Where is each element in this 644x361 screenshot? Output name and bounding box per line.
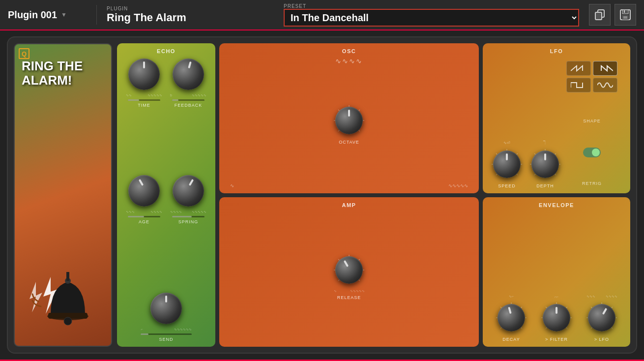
echo-time-container: ∿∿ ∿∿∿∿∿ TIME — [124, 57, 164, 170]
env-decay-wrap — [494, 301, 528, 335]
echo-time-knob[interactable] — [128, 59, 160, 90]
echo-feedback-container: b ∿∿∿∿∿ FEEDBACK — [168, 57, 208, 170]
echo-send-knob[interactable] — [150, 293, 182, 324]
lfo-depth-icon: ⏋ — [543, 141, 547, 145]
preset-section: PRESET In The Dancehall — [284, 3, 579, 27]
env-lfo-icons: ∿∿∿ ∿∿∿∿ — [586, 295, 617, 299]
artwork-illustration — [15, 180, 111, 346]
env-decay-label: DECAY — [502, 337, 520, 342]
echo-spring-minmax: ∿∿∿∿ ∿∿∿∿∿ — [170, 210, 206, 214]
artwork-content: RING THE ALARM! — [15, 44, 111, 346]
amp-release-minmax: ∿ ∿∿∿∿∿ — [334, 289, 365, 293]
env-filter-icon: ⌐⌐ — [555, 295, 558, 299]
echo-send-minmax: ⌐ ∿∿∿∿∿∿ — [141, 328, 191, 331]
section-lfo: LFO ∿⏎ — [483, 43, 630, 193]
env-filter-knob[interactable] — [543, 304, 570, 331]
env-filter-wrap — [539, 301, 574, 335]
plugin-name-arrow[interactable]: ▼ — [61, 11, 67, 18]
lfo-depth-label: DEPTH — [536, 183, 554, 188]
amp-release-knob[interactable] — [335, 256, 363, 284]
save-button[interactable] — [615, 4, 636, 26]
lfo-title: LFO — [490, 48, 623, 54]
plugin-section: PLUGIN Ring The Alarm — [107, 6, 274, 24]
osc-octave-wrap — [332, 103, 366, 138]
echo-age-max: ∿∿∿∿ — [150, 210, 162, 214]
lfo-depth-wrap — [528, 147, 562, 181]
osc-waveform-bottom: ∿ ∿∿∿∿∿ — [226, 183, 472, 188]
echo-send-fill — [141, 333, 148, 335]
echo-send-slider — [141, 333, 191, 335]
echo-send-wrap — [149, 291, 183, 326]
shape-square-btn[interactable] — [566, 78, 591, 92]
lfo-speed-label: SPEED — [498, 183, 516, 188]
retrig-toggle-knob — [592, 149, 600, 156]
echo-spring-min: ∿∿∿∿ — [170, 210, 182, 214]
env-lfo-container: ∿∿∿ ∿∿∿∿ — [585, 295, 619, 342]
amp-release-label: RELEASE — [337, 295, 361, 300]
lfo-depth-container: ⏋ — [528, 57, 562, 188]
amp-release-min: ∿ — [334, 289, 337, 293]
copy-button[interactable] — [589, 4, 611, 26]
osc-octave-knob[interactable] — [335, 107, 363, 134]
echo-time-wrap — [127, 57, 161, 91]
plugin-main: Q RING THE ALARM! — [0, 30, 644, 360]
amp-release-max: ∿∿∿∿∿ — [350, 289, 365, 293]
echo-grid: ∿∿ ∿∿∿∿∿ TIME — [124, 57, 208, 286]
env-lfo-knob[interactable] — [588, 304, 615, 331]
echo-spring-label: SPRING — [178, 219, 199, 224]
osc-knob-row: OCTAVE — [226, 68, 472, 180]
echo-spring-knob[interactable] — [173, 175, 204, 207]
shape-sine-btn[interactable] — [593, 78, 617, 92]
lfo-speed-wrap — [490, 147, 524, 181]
preset-select[interactable]: In The Dancehall — [284, 9, 579, 27]
section-osc: OSC ∿∿∿∿ — [219, 43, 479, 193]
lfo-content: ∿⏎ — [490, 57, 623, 188]
top-bar: Plugin 001 ▼ PLUGIN Ring The Alarm PRESE… — [0, 0, 644, 30]
lfo-speed-icon: ∿⏎ — [503, 141, 510, 145]
echo-spring-fill — [172, 216, 191, 217]
q-badge[interactable]: Q — [19, 48, 29, 59]
amp-release-container: ∿ ∿∿∿∿∿ RELEASE — [332, 253, 366, 300]
lfo-depth-knob[interactable] — [531, 150, 559, 178]
echo-age-minmax: ∿∿∿ ∿∿∿∿ — [126, 210, 162, 214]
lfo-speed-knob[interactable] — [493, 150, 521, 178]
echo-time-label: TIME — [138, 103, 150, 108]
env-lfo-icon-left: ∿∿∿ — [586, 295, 595, 299]
echo-age-knob[interactable] — [128, 175, 160, 207]
echo-time-slider — [128, 99, 160, 101]
osc-waveform-top: ∿∿∿∿ — [226, 57, 472, 65]
plugin-inner: Q RING THE ALARM! — [7, 36, 637, 354]
envelope-title: ENVELOPE — [490, 202, 623, 208]
echo-send-max: ∿∿∿∿∿∿ — [174, 328, 192, 331]
env-decay-knob[interactable] — [498, 304, 525, 331]
section-amp: AMP — [219, 197, 479, 347]
sections-grid: OSC ∿∿∿∿ — [117, 43, 630, 347]
osc-octave-label: OCTAVE — [339, 140, 359, 145]
top-icons — [589, 4, 636, 26]
osc-wave-left: ∿ — [230, 183, 234, 188]
lfo-shape-grid — [566, 61, 617, 92]
divider-1 — [96, 5, 97, 25]
plugin-name-label: Plugin 001 — [8, 9, 57, 21]
svg-rect-1 — [595, 12, 602, 20]
echo-age-min: ∿∿∿ — [126, 210, 135, 214]
echo-spring-container: ∿∿∿∿ ∿∿∿∿∿ SPRING — [168, 174, 208, 286]
echo-send-min: ⌐ — [141, 328, 143, 331]
preset-section-label: PRESET — [284, 3, 579, 9]
echo-time-min: ∿∿ — [126, 93, 132, 97]
svg-point-11 — [64, 317, 72, 325]
amp-title: AMP — [226, 202, 472, 208]
echo-feedback-knob[interactable] — [173, 59, 204, 90]
shape-saw-btn[interactable] — [566, 61, 591, 76]
echo-age-fill — [128, 216, 144, 217]
retrig-toggle[interactable] — [583, 148, 601, 157]
shape-ramp-btn[interactable] — [593, 61, 617, 76]
env-lfo-label: > LFO — [594, 337, 609, 342]
plugin-section-label: PLUGIN — [107, 6, 274, 11]
echo-fb-min: b — [170, 93, 172, 97]
echo-spring-max: ∿∿∿∿∿ — [192, 210, 206, 214]
echo-feedback-slider — [172, 99, 205, 101]
shape-label: SHAPE — [566, 119, 617, 123]
osc-title: OSC — [226, 48, 472, 54]
artwork-title-line1: RING THE — [22, 59, 83, 73]
